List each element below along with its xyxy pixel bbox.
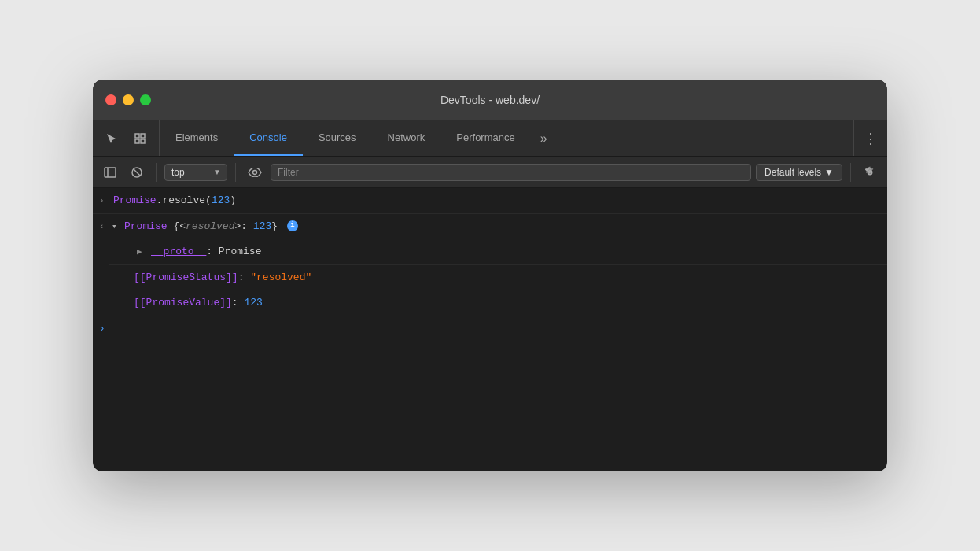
entry-1-content: Promise.resolve(123) [113, 193, 881, 209]
sidebar-toggle-button[interactable] [99, 161, 121, 183]
entry-4-content: [[PromiseStatus]]: "resolved" [134, 270, 881, 286]
entry-3-expand-arrow[interactable]: ▶ [137, 246, 146, 259]
svg-rect-0 [135, 134, 139, 138]
tab-console[interactable]: Console [234, 120, 303, 156]
cursor-icon-button[interactable] [99, 126, 124, 151]
tab-bar: Elements Console Sources Network Perform… [93, 120, 887, 157]
console-entry-5: [[PromiseValue]]: 123 [93, 290, 887, 316]
console-toolbar: top ▼ Default levels ▼ [93, 157, 887, 188]
console-entry-2: ‹ ▾ Promise {<resolved>: 123} i [93, 214, 887, 240]
promise-status-key: [[PromiseStatus]] [134, 272, 238, 283]
colon-1: : [238, 272, 251, 283]
tab-network[interactable]: Network [372, 120, 441, 156]
entry-2-content: Promise {<resolved>: 123} i [124, 219, 881, 235]
svg-rect-2 [135, 139, 139, 143]
layers-icon-button[interactable] [127, 126, 153, 151]
svg-rect-3 [141, 139, 145, 143]
entry-3-content: __proto__: Promise [151, 244, 881, 260]
console-content: › Promise.resolve(123) ‹ ▾ Promise {<res… [93, 188, 887, 471]
maximize-button[interactable] [140, 94, 151, 105]
arg-123: 123 [212, 194, 230, 206]
context-selector-wrapper: top ▼ [164, 164, 227, 181]
resolved-status: resolved [186, 220, 234, 232]
title-bar: DevTools - web.dev/ [93, 80, 887, 120]
value-123: 123 [253, 220, 271, 232]
svg-point-8 [253, 170, 257, 174]
entry-1-arrow[interactable]: › [99, 194, 109, 208]
promise-keyword: Promise [113, 194, 157, 206]
colon-2: : [232, 297, 245, 309]
log-levels-button[interactable]: Default levels ▼ [756, 164, 842, 181]
context-selector[interactable]: top [164, 164, 227, 181]
svg-rect-1 [141, 134, 145, 138]
entry-2-expand-arrow[interactable]: ▾ [112, 220, 121, 234]
window-title: DevTools - web.dev/ [440, 94, 540, 106]
console-prompt: › [99, 323, 105, 335]
toolbar-divider-1 [156, 163, 157, 182]
close-button[interactable] [105, 94, 116, 105]
svg-rect-4 [105, 168, 116, 177]
console-entry-1: › Promise.resolve(123) [93, 188, 887, 214]
toolbar-divider-2 [235, 163, 236, 182]
tab-sources[interactable]: Sources [303, 120, 372, 156]
entry-5-content: [[PromiseValue]]: 123 [134, 295, 881, 311]
tab-icons [93, 120, 160, 156]
brace-close: } [271, 220, 278, 232]
promise-type: Promise [124, 220, 168, 232]
brace-open: {< [173, 220, 186, 232]
proto-value: : Promise [206, 246, 261, 257]
traffic-lights [105, 94, 151, 105]
more-tabs-button[interactable]: » [531, 120, 557, 156]
info-icon[interactable]: i [287, 220, 298, 231]
promise-status-value: "resolved" [250, 272, 311, 283]
promise-value-key: [[PromiseValue]] [134, 297, 232, 309]
eye-button[interactable] [244, 161, 266, 183]
brace-resolved-close: >: [234, 220, 252, 232]
promise-value-number: 123 [244, 297, 262, 309]
console-input[interactable] [112, 323, 881, 335]
tab-performance[interactable]: Performance [440, 120, 530, 156]
tabs-container: Elements Console Sources Network Perform… [160, 120, 853, 156]
settings-button[interactable] [859, 161, 881, 183]
entry-2-back-arrow[interactable]: ‹ [99, 220, 109, 234]
close-paren: ) [230, 194, 236, 206]
clear-console-button[interactable] [126, 161, 148, 183]
toolbar-divider-3 [850, 163, 851, 182]
console-input-line: › [93, 316, 887, 341]
tab-elements[interactable]: Elements [160, 120, 234, 156]
devtools-window: DevTools - web.dev/ [93, 80, 887, 471]
svg-line-7 [134, 169, 140, 176]
minimize-button[interactable] [123, 94, 134, 105]
filter-input[interactable] [271, 164, 751, 181]
devtools-menu-button[interactable]: ⋮ [853, 120, 887, 156]
resolve-method: .resolve( [157, 194, 212, 206]
proto-label[interactable]: __proto__ [151, 246, 206, 257]
console-entry-4: [[PromiseStatus]]: "resolved" [93, 265, 887, 291]
console-entry-3: ▶ __proto__: Promise [109, 239, 887, 265]
